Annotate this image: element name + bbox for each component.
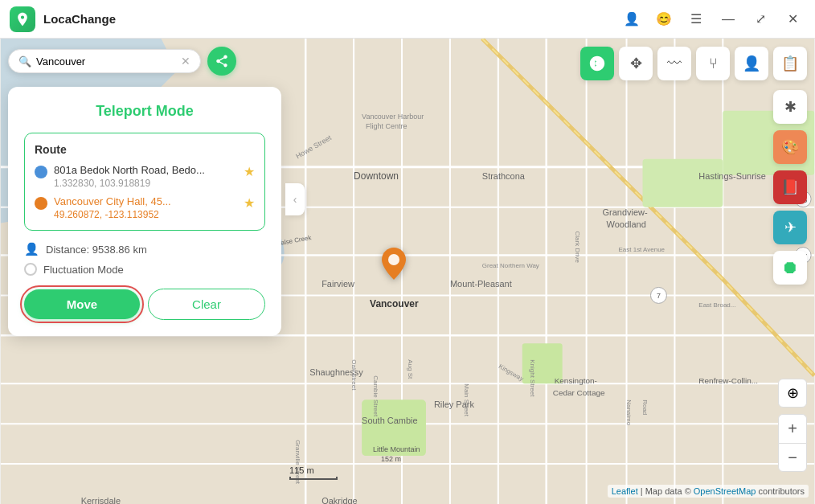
compass-icon: ⊕	[787, 384, 799, 402]
svg-text:Knight Street: Knight Street	[529, 359, 536, 397]
titlebar-left: LocaChange	[10, 6, 116, 32]
toggle-button[interactable]: ⏺	[773, 251, 807, 285]
scale-line	[289, 477, 338, 480]
svg-text:Road: Road	[641, 400, 648, 415]
location-pin	[382, 248, 406, 287]
menu-button[interactable]: ☰	[683, 6, 709, 32]
user-profile-button[interactable]: 👤	[619, 6, 645, 32]
send-icon: ✈	[784, 219, 797, 236]
svg-text:Vancouver Harbour: Vancouver Harbour	[362, 113, 424, 121]
svg-text:Strathcona: Strathcona	[482, 171, 526, 181]
fluctuation-label: Fluctuation Mode	[43, 264, 124, 276]
search-input-wrap: 🔍 ✕	[8, 49, 201, 73]
destination-dot	[35, 197, 47, 210]
chat-button[interactable]: 😊	[651, 6, 677, 32]
map-toolbar-right: ✥ 〰 ⑂ 👤 📋	[580, 47, 807, 80]
origin-route-item: 801a Bedok North Road, Bedo... 1.332830,…	[35, 164, 255, 189]
history-button[interactable]: 📋	[773, 47, 807, 80]
svg-text:Oakridge: Oakridge	[321, 496, 358, 504]
distance-row: 👤 Distance: 9538.86 km	[24, 242, 265, 256]
map-container[interactable]: Downtown Strathcona Grandview- Woodland …	[0, 39, 815, 504]
move-icon: ✥	[630, 55, 642, 72]
fluctuation-checkbox[interactable]	[24, 263, 37, 276]
send-button[interactable]: ✈	[773, 211, 807, 244]
map-attribution: Leaflet | Map data © OpenStreetMap contr…	[608, 485, 809, 498]
origin-info: 801a Bedok North Road, Bedo... 1.332830,…	[54, 164, 237, 189]
svg-text:7: 7	[657, 292, 661, 300]
clear-button[interactable]: Clear	[148, 289, 265, 320]
asterisk-button[interactable]: ✱	[773, 90, 807, 124]
scale-label: 115 m	[289, 465, 314, 475]
svg-text:East Broad...: East Broad...	[698, 301, 735, 309]
search-icon: 🔍	[18, 55, 31, 68]
move-button[interactable]: Move	[24, 289, 140, 319]
search-bar: 🔍 ✕	[8, 47, 236, 76]
leaflet-link[interactable]: Leaflet	[612, 486, 638, 496]
share-button[interactable]	[207, 47, 236, 76]
svg-rect-22	[642, 159, 723, 207]
search-input[interactable]	[36, 55, 181, 68]
scale-bar: 115 m	[289, 465, 338, 480]
destination-route-item: Vancouver City Hall, 45... 49.260872, -1…	[35, 195, 255, 220]
minimize-button[interactable]: —	[715, 6, 741, 32]
profile-button[interactable]: 👤	[735, 47, 768, 80]
close-button[interactable]: ✕	[780, 6, 805, 32]
svg-text:Downtown: Downtown	[354, 170, 399, 182]
maximize-button[interactable]: ⤢	[747, 6, 773, 32]
svg-text:Fairview: Fairview	[321, 279, 354, 289]
destination-star[interactable]: ★	[244, 195, 255, 211]
attribution-sep: | Map data ©	[641, 486, 694, 496]
app-title: LocaChange	[43, 12, 116, 26]
svg-text:Nanaimo: Nanaimo	[625, 400, 633, 425]
teleport-mode-button[interactable]	[580, 47, 614, 80]
title-bar: LocaChange 👤 😊 ☰ — ⤢ ✕	[0, 0, 815, 39]
attribution-contributors: contributors	[759, 486, 805, 496]
palette-button[interactable]: 🎨	[773, 130, 807, 164]
svg-text:Cambie Street: Cambie Street	[372, 375, 379, 417]
svg-text:Flight Centre: Flight Centre	[366, 122, 407, 130]
book-button[interactable]: 📕	[773, 170, 807, 204]
osm-link[interactable]: OpenStreetMap	[694, 486, 756, 496]
route-box: Route 801a Bedok North Road, Bedo... 1.3…	[24, 133, 265, 231]
search-clear-button[interactable]: ✕	[181, 55, 190, 68]
toggle-icon: ⏺	[781, 257, 799, 278]
app-icon	[10, 6, 35, 32]
book-icon: 📕	[781, 178, 799, 196]
multi-route-button[interactable]: ⑂	[696, 47, 730, 80]
destination-coords: 49.260872, -123.113952	[54, 209, 237, 220]
teleport-title: Teleport Mode	[24, 103, 265, 120]
compass-button[interactable]: ⊕	[778, 379, 807, 408]
svg-point-76	[595, 61, 600, 66]
history-icon: 📋	[781, 55, 799, 72]
svg-text:Vancouver: Vancouver	[370, 298, 419, 309]
svg-text:Mount-Pleasant: Mount-Pleasant	[450, 279, 512, 289]
move-mode-button[interactable]: ✥	[619, 47, 653, 80]
origin-star[interactable]: ★	[244, 164, 255, 179]
svg-text:East 1st Avenue: East 1st Avenue	[619, 246, 666, 253]
teleport-icon	[588, 55, 606, 72]
distance-label: Distance: 9538.86 km	[46, 244, 147, 256]
svg-text:Oak Street: Oak Street	[350, 359, 358, 391]
svg-text:Aug St: Aug St	[407, 359, 414, 379]
teleport-panel: Teleport Mode Route 801a Bedok North Roa…	[8, 87, 281, 336]
app-logo-icon	[14, 11, 31, 27]
right-sidebar: ✱ 🎨 📕 ✈ ⏺	[773, 90, 807, 285]
svg-text:Woodland: Woodland	[607, 219, 646, 229]
origin-address: 801a Bedok North Road, Bedo...	[54, 164, 237, 176]
svg-point-75	[388, 254, 399, 265]
destination-address: Vancouver City Hall, 45...	[54, 195, 237, 207]
share-icon	[215, 54, 229, 68]
svg-text:South Cambie: South Cambie	[362, 416, 418, 425]
main-area: Downtown Strathcona Grandview- Woodland …	[0, 39, 815, 504]
svg-text:Kerrisdale: Kerrisdale	[81, 496, 121, 504]
asterisk-icon: ✱	[784, 98, 797, 116]
svg-text:152 m: 152 m	[381, 455, 401, 463]
svg-text:Kensington-: Kensington-	[555, 376, 597, 385]
zoom-out-button[interactable]: −	[778, 443, 807, 472]
svg-text:Hastings-Sunrise: Hastings-Sunrise	[698, 171, 766, 181]
zoom-in-button[interactable]: +	[778, 414, 807, 443]
collapse-arrow[interactable]: ‹	[285, 183, 305, 215]
route-mode-button[interactable]: 〰	[657, 47, 691, 80]
zoom-controls: + −	[778, 414, 807, 472]
distance-icon: 👤	[24, 242, 39, 256]
